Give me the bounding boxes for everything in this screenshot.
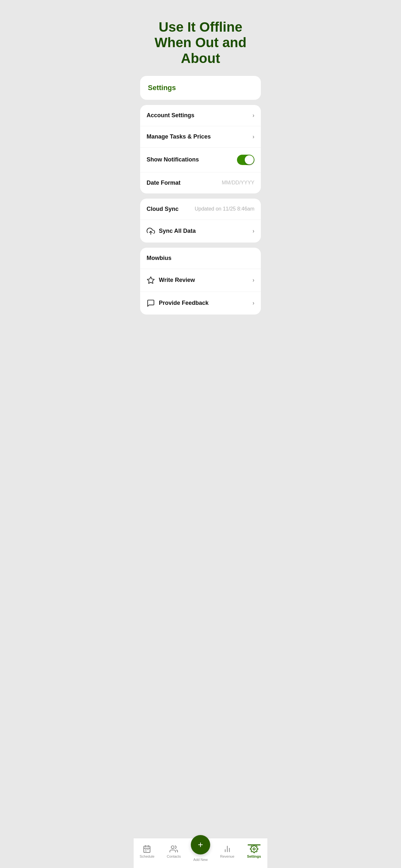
notifications-label: Show Notifications bbox=[147, 156, 199, 163]
feedback-icon bbox=[147, 299, 155, 307]
date-format-row[interactable]: Date Format MM/DD/YYYY bbox=[140, 173, 261, 193]
sync-all-data-row[interactable]: Sync All Data › bbox=[140, 220, 261, 243]
account-settings-chevron: › bbox=[252, 112, 254, 119]
settings-header-card: Settings bbox=[140, 76, 261, 100]
mowbius-section: Mowbius Write Review › Provide Fe bbox=[140, 248, 261, 314]
date-format-label: Date Format bbox=[147, 180, 181, 186]
date-format-right: MM/DD/YYYY bbox=[222, 180, 254, 186]
account-settings-right: › bbox=[252, 112, 254, 119]
manage-tasks-right: › bbox=[252, 133, 254, 140]
provide-feedback-label: Provide Feedback bbox=[147, 299, 209, 307]
sync-all-data-chevron: › bbox=[252, 228, 254, 235]
date-format-value: MM/DD/YYYY bbox=[222, 180, 254, 186]
sync-all-data-right: › bbox=[252, 228, 254, 235]
cloud-sync-section: Cloud Sync Updated on 11/25 8:46am Sync … bbox=[140, 198, 261, 243]
write-review-chevron: › bbox=[252, 277, 254, 283]
write-review-label: Write Review bbox=[147, 276, 195, 284]
manage-tasks-row[interactable]: Manage Tasks & Prices › bbox=[140, 126, 261, 148]
cloud-upload-icon bbox=[147, 227, 155, 236]
write-review-row[interactable]: Write Review › bbox=[140, 269, 261, 292]
mowbius-section-header: Mowbius bbox=[140, 248, 261, 269]
manage-tasks-label: Manage Tasks & Prices bbox=[147, 133, 211, 140]
provide-feedback-row[interactable]: Provide Feedback › bbox=[140, 292, 261, 314]
notifications-row[interactable]: Show Notifications bbox=[140, 148, 261, 173]
notifications-toggle[interactable] bbox=[237, 155, 254, 165]
sync-all-data-label: Sync All Data bbox=[147, 227, 196, 236]
general-settings-section: Account Settings › Manage Tasks & Prices… bbox=[140, 105, 261, 193]
cloud-sync-time: Updated on 11/25 8:46am bbox=[195, 206, 254, 212]
write-review-right: › bbox=[252, 277, 254, 283]
star-icon bbox=[147, 276, 155, 284]
provide-feedback-chevron: › bbox=[252, 300, 254, 306]
cloud-sync-status-row: Cloud Sync Updated on 11/25 8:46am bbox=[140, 198, 261, 220]
settings-page-title: Settings bbox=[148, 84, 176, 92]
manage-tasks-chevron: › bbox=[252, 133, 254, 140]
account-settings-label: Account Settings bbox=[147, 112, 194, 119]
provide-feedback-right: › bbox=[252, 300, 254, 306]
sync-all-data-text: Sync All Data bbox=[159, 228, 196, 235]
provide-feedback-text: Provide Feedback bbox=[159, 300, 209, 306]
cloud-sync-label: Cloud Sync bbox=[147, 206, 179, 213]
hero-title: Use It Offline When Out and About bbox=[134, 0, 267, 76]
mowbius-section-title: Mowbius bbox=[147, 255, 172, 261]
account-settings-row[interactable]: Account Settings › bbox=[140, 105, 261, 126]
svg-marker-1 bbox=[147, 277, 154, 283]
toggle-knob bbox=[245, 155, 254, 164]
write-review-text: Write Review bbox=[159, 277, 195, 283]
